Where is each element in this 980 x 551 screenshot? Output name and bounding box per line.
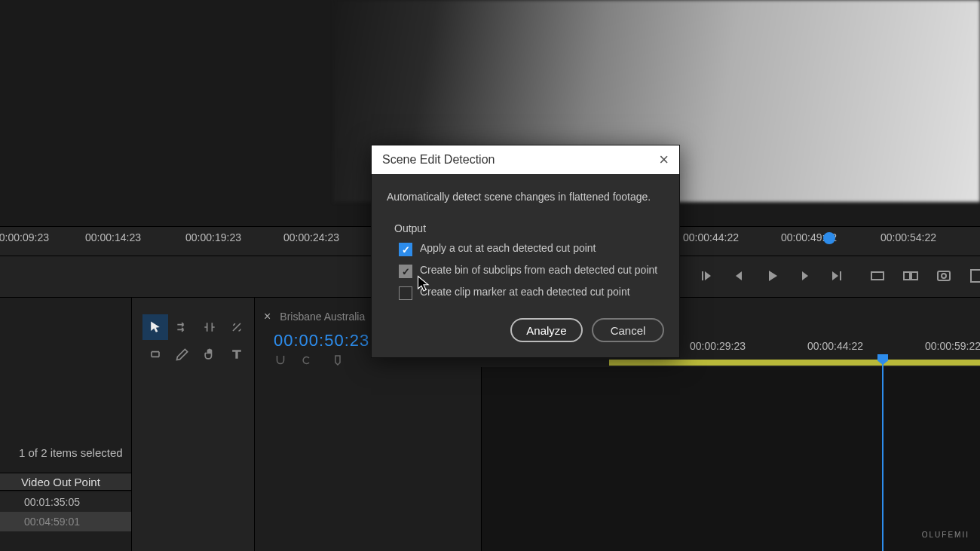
dialog-title: Scene Edit Detection (382, 153, 495, 167)
option-create-marker[interactable]: Create clip marker at each detected cut … (399, 286, 664, 300)
option-create-bin[interactable]: Create bin of subclips from each detecte… (399, 264, 664, 278)
selection-count: 1 of 2 items selected (19, 446, 123, 459)
close-icon[interactable]: × (264, 310, 271, 323)
option-label: Apply a cut at each detected cut point (420, 242, 596, 254)
project-column-header[interactable]: Video Out Point (0, 473, 131, 491)
ruler-tick: 00:00:44:22 (807, 340, 863, 352)
mark-in-button[interactable] (697, 267, 715, 285)
dialog-description: Automatically detect scene changes in fl… (387, 191, 664, 203)
play-button[interactable] (763, 267, 781, 285)
project-row[interactable]: 00:01:35:05 (0, 492, 131, 512)
ruler-tick: 00:00:19:23 (185, 231, 241, 243)
project-panel: 1 of 2 items selected Video Out Point 00… (0, 298, 132, 551)
ruler-tick: 00:00:59:22 (925, 340, 980, 352)
tool-panel (132, 298, 255, 551)
close-icon[interactable]: × (659, 152, 669, 168)
razor-tool[interactable] (224, 314, 250, 340)
step-forward-button[interactable] (796, 267, 814, 285)
export-frame-button[interactable] (935, 267, 953, 285)
snap-icon[interactable] (274, 354, 287, 367)
timeline-tracks[interactable] (481, 367, 980, 551)
step-back-button[interactable] (730, 267, 748, 285)
checkbox-checked-icon[interactable] (399, 243, 412, 256)
svg-rect-3 (938, 271, 950, 280)
analyze-button[interactable]: Analyze (510, 318, 583, 342)
svg-point-4 (942, 274, 946, 278)
settings-button[interactable] (968, 267, 980, 285)
type-tool[interactable] (224, 341, 250, 367)
timeline-clip[interactable] (609, 360, 980, 366)
svg-rect-0 (871, 272, 884, 280)
ruler-tick: 00:00:54:22 (880, 231, 936, 243)
option-label: Create clip marker at each detected cut … (420, 286, 630, 298)
mark-out-button[interactable] (828, 267, 846, 285)
marker-icon[interactable] (331, 354, 345, 367)
link-icon[interactable] (302, 354, 316, 367)
program-playhead[interactable] (823, 232, 835, 244)
pen-tool[interactable] (170, 341, 195, 367)
sequence-tab[interactable]: × Brisbane Australia (264, 307, 365, 326)
ruler-tick: 00:00:29:23 (690, 340, 746, 352)
svg-rect-1 (904, 272, 910, 280)
watermark: OLUFEMII (922, 531, 969, 539)
ruler-tick: 00:00:24:23 (283, 231, 339, 243)
timeline-playhead-line (882, 364, 884, 551)
checkbox-checked-icon[interactable] (399, 265, 412, 278)
svg-rect-5 (971, 270, 980, 282)
sequence-name: Brisbane Australia (280, 311, 365, 323)
track-select-tool[interactable] (170, 314, 195, 340)
scene-edit-detection-dialog: Scene Edit Detection × Automatically det… (371, 145, 680, 358)
timeline-timecode[interactable]: 00:00:50:23 (274, 331, 369, 350)
ripple-edit-tool[interactable] (197, 314, 222, 340)
output-section-label: Output (394, 222, 664, 234)
selection-tool[interactable] (142, 314, 168, 340)
project-row[interactable]: 00:04:59:01 (0, 512, 131, 531)
slip-tool[interactable] (142, 341, 168, 367)
cancel-button[interactable]: Cancel (592, 318, 664, 342)
hand-tool[interactable] (197, 341, 222, 367)
option-apply-cut[interactable]: Apply a cut at each detected cut point (399, 242, 664, 256)
ruler-tick: 00:00:44:22 (683, 231, 739, 243)
checkbox-unchecked-icon[interactable] (399, 286, 412, 300)
dialog-titlebar: Scene Edit Detection × (372, 145, 679, 174)
ruler-tick: 00:00:14:23 (85, 231, 141, 243)
insert-button[interactable] (868, 267, 887, 285)
svg-rect-2 (911, 272, 917, 280)
overwrite-button[interactable] (902, 267, 920, 285)
timeline-options (274, 354, 345, 367)
option-label: Create bin of subclips from each detecte… (420, 264, 657, 276)
ruler-tick: 00:00:09:23 (0, 231, 49, 243)
